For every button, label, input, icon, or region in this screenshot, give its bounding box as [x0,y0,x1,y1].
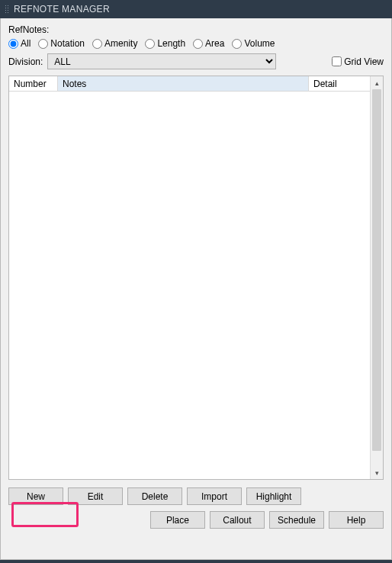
table-main: Number Notes Detail [9,76,370,479]
filter-all-radio[interactable] [8,39,18,49]
division-select[interactable]: ALL [47,53,276,69]
filter-area-label: Area [205,38,224,49]
scroll-up-icon[interactable]: ▴ [371,76,383,89]
main-panel: RefNotes: All Notation Amenity Length Ar… [0,18,392,560]
bottom-strip [0,560,392,563]
filter-all[interactable]: All [8,38,31,49]
filter-length[interactable]: Length [145,38,185,49]
filter-volume[interactable]: Volume [232,38,275,49]
schedule-button[interactable]: Schedule [269,511,324,529]
vertical-scrollbar[interactable]: ▴ ▾ [370,76,383,479]
table-header: Number Notes Detail [9,76,370,92]
filter-radio-group: All Notation Amenity Length Area Volume [8,38,384,49]
filter-volume-radio[interactable] [232,39,242,49]
highlight-button[interactable]: Highlight [246,487,301,505]
filter-area-radio[interactable] [193,39,203,49]
filter-notation[interactable]: Notation [38,38,85,49]
place-button[interactable]: Place [150,511,205,529]
callout-button[interactable]: Callout [210,511,265,529]
edit-button[interactable]: Edit [68,487,123,505]
help-button[interactable]: Help [329,511,384,529]
table-body[interactable] [9,92,370,479]
gridview-checkbox[interactable] [332,56,342,66]
scroll-thumb[interactable] [372,89,381,451]
grip-icon [5,5,9,14]
titlebar[interactable]: REFNOTE MANAGER [0,0,392,18]
refnotes-table: Number Notes Detail ▴ ▾ [8,76,384,480]
filter-length-label: Length [157,38,185,49]
window-title: REFNOTE MANAGER [14,4,110,14]
col-number[interactable]: Number [9,76,58,91]
scroll-down-icon[interactable]: ▾ [371,466,383,479]
action-buttons-row1: New Edit Delete Import Highlight [8,487,384,505]
filter-area[interactable]: Area [193,38,224,49]
division-label: Division: [8,56,43,67]
gridview-toggle[interactable]: Grid View [332,56,384,67]
filter-volume-label: Volume [244,38,275,49]
filter-amenity[interactable]: Amenity [92,38,137,49]
gridview-label: Grid View [344,56,384,67]
col-notes[interactable]: Notes [58,76,309,91]
delete-button[interactable]: Delete [127,487,182,505]
filter-all-label: All [21,38,31,49]
col-detail[interactable]: Detail [309,76,370,91]
filter-notation-label: Notation [50,38,85,49]
filter-amenity-radio[interactable] [92,39,102,49]
division-row: Division: ALL Grid View [8,53,384,69]
filter-length-radio[interactable] [145,39,155,49]
import-button[interactable]: Import [187,487,242,505]
new-button[interactable]: New [8,487,63,505]
scroll-track[interactable] [371,89,383,466]
filter-notation-radio[interactable] [38,39,48,49]
refnotes-label: RefNotes: [8,24,384,35]
filter-amenity-label: Amenity [104,38,137,49]
action-buttons-row2: Place Callout Schedule Help [8,511,384,529]
